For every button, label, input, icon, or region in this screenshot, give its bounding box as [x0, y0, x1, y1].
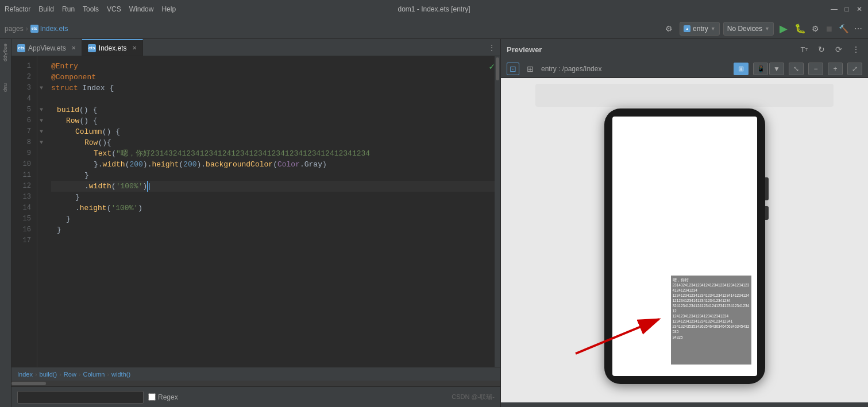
scrollbar-thumb[interactable]	[496, 57, 499, 80]
status-column[interactable]: Column	[83, 371, 105, 378]
menu-tools[interactable]: Tools	[83, 5, 99, 13]
title-bar-left: Refactor Build Run Tools VCS Window Help	[5, 5, 176, 13]
status-width[interactable]: width()	[111, 371, 130, 378]
editor-area: ets AppView.ets ✕ ets Index.ets ✕ ⋮ 1234…	[11, 39, 500, 407]
debug-button[interactable]: 🐛	[793, 23, 807, 34]
maximize-button[interactable]: □	[843, 5, 851, 13]
previewer-header: Previewer TT ↻ ⟳ ⋮	[501, 39, 868, 60]
entry-path: entry : /pages/Index	[541, 65, 601, 73]
entry-chevron-icon: ▼	[711, 26, 716, 32]
menu-run[interactable]: Run	[62, 5, 75, 13]
layer-icon[interactable]: ⊞	[524, 63, 537, 75]
settings-icon-button[interactable]: ⚙	[661, 21, 676, 36]
entry-selector[interactable]: ▲ entry ▼	[680, 22, 720, 36]
previewer-status-bar	[501, 402, 868, 407]
code-editor[interactable]: 1234 5678 9101112 13141516 17 ▼ ▼▼▼▼ @En…	[11, 56, 500, 367]
window-title: dom1 - Index.ets [entry]	[398, 5, 470, 13]
stop-button[interactable]: ⏹	[824, 24, 834, 33]
inspect-icon[interactable]: ⊡	[507, 63, 519, 75]
regex-checkbox[interactable]	[148, 393, 156, 401]
menu-bar: Refactor Build Run Tools VCS Window Help	[5, 5, 176, 13]
checkmark-icon: ✓	[489, 61, 495, 72]
breadcrumb-parent[interactable]: pages	[5, 25, 24, 33]
devices-selector[interactable]: No Devices ▼	[723, 22, 774, 36]
sidebar-item-nap[interactable]: nap	[2, 81, 10, 94]
entry-icon: ▲	[684, 25, 690, 32]
regex-label: Regex	[158, 393, 178, 401]
zoom-in-icon[interactable]: +	[828, 63, 843, 75]
grid-view-btn[interactable]: ⊞	[734, 63, 749, 75]
resize-icon[interactable]: ⤡	[789, 63, 804, 75]
code-line-17	[51, 235, 495, 246]
breadcrumb-separator: ›	[26, 25, 28, 33]
previewer-canvas: 嗯，你好 23143241234123412412341234123412341…	[501, 78, 868, 402]
code-line-2: @Component	[51, 72, 495, 83]
code-line-15: }	[51, 214, 495, 224]
previewer-sub-toolbar: ⊡ ⊞ entry : /pages/Index ⊞ 📱 ▼ ⤡ − + ⤢	[501, 60, 868, 78]
dropdown-view-btn[interactable]: ▼	[769, 63, 784, 75]
tab-appview[interactable]: ets AppView.ets ✕	[11, 39, 82, 56]
status-index[interactable]: Index	[17, 371, 33, 378]
menu-refactor[interactable]: Refactor	[5, 5, 30, 13]
close-button[interactable]: ✕	[855, 5, 863, 13]
code-line-12: .width('100%')|	[51, 181, 495, 192]
menu-vcs[interactable]: VCS	[107, 5, 121, 13]
phone-side-button-2	[765, 206, 769, 220]
file-icon: ets	[30, 25, 38, 33]
search-input[interactable]	[17, 391, 144, 404]
title-bar: Refactor Build Run Tools VCS Window Help…	[0, 0, 868, 18]
search-bar: Regex CSDN @-联瑞-	[11, 386, 500, 407]
main-toolbar: pages › ets Index.ets ⚙ ▲ entry ▼ No Dev…	[0, 18, 868, 39]
run-button[interactable]: ▶	[777, 22, 790, 35]
horizontal-scrollbar[interactable]	[11, 381, 500, 386]
menu-help[interactable]: Help	[161, 5, 176, 13]
code-line-13: }	[51, 192, 495, 203]
red-arrow-annotation	[570, 302, 685, 371]
fullscreen-icon[interactable]: ⤢	[847, 63, 862, 75]
tab-more-button[interactable]: ⋮	[483, 39, 500, 56]
toolbar-right: ⚙ ▲ entry ▼ No Devices ▼ ▶ 🐛 ⚙ ⏹ 🔨 ⋯	[661, 21, 863, 36]
status-row[interactable]: Row	[64, 371, 76, 378]
zoom-out-icon[interactable]: −	[808, 63, 823, 75]
tab-index[interactable]: ets Index.ets ✕	[82, 39, 143, 56]
text-size-icon[interactable]: TT	[798, 43, 811, 56]
menu-window[interactable]: Window	[129, 5, 154, 13]
rotate-icon[interactable]: ⟳	[832, 43, 845, 56]
minimize-button[interactable]: —	[830, 5, 838, 13]
h-scrollbar-thumb[interactable]	[11, 382, 46, 385]
appview-icon: ets	[17, 44, 25, 52]
previewer-title: Previewer	[507, 45, 542, 54]
code-line-1: @Entry	[51, 61, 495, 72]
menu-build[interactable]: Build	[38, 5, 54, 13]
main-area: engApp nap ets AppView.ets ✕ ets Index.e…	[0, 39, 868, 407]
breadcrumb-current[interactable]: Index.ets	[40, 25, 68, 33]
code-line-6: Row() {	[51, 115, 495, 126]
code-content[interactable]: @Entry @Component struct Index { build()…	[45, 56, 495, 367]
tab-appview-label: AppView.ets	[28, 44, 66, 52]
code-line-3: struct Index {	[51, 83, 495, 94]
more-button[interactable]: ⋯	[853, 24, 863, 33]
code-line-16: }	[51, 224, 495, 235]
fold-markers: ▼ ▼▼▼▼	[37, 56, 45, 367]
status-build[interactable]: build()	[40, 371, 57, 378]
previewer-panel: Previewer TT ↻ ⟳ ⋮ ⊡ ⊞ entry : /pages/In…	[500, 39, 868, 407]
tab-index-close[interactable]: ✕	[132, 45, 137, 51]
csdn-footer: CSDN @-联瑞-	[452, 393, 495, 401]
tab-appview-close[interactable]: ✕	[71, 45, 76, 51]
index-icon: ets	[88, 44, 96, 52]
profile-button[interactable]: ⚙	[811, 24, 820, 33]
vertical-scrollbar[interactable]	[495, 56, 500, 367]
regex-checkbox-group: Regex	[148, 393, 178, 401]
sidebar-item-engapp[interactable]: engApp	[2, 41, 10, 64]
tab-bar: ets AppView.ets ✕ ets Index.ets ✕ ⋮	[11, 39, 500, 56]
code-line-8: Row(){	[51, 137, 495, 148]
code-line-5: build() {	[51, 104, 495, 115]
code-line-4	[51, 94, 495, 104]
code-line-7: Column() {	[51, 126, 495, 137]
code-line-10: }.width(200).height(200).backgroundColor…	[51, 159, 495, 170]
build-button[interactable]: 🔨	[838, 24, 850, 33]
refresh-icon[interactable]: ↻	[815, 43, 828, 56]
status-bar: Index › build() › Row › Column › width()	[11, 367, 500, 381]
more-previewer-icon[interactable]: ⋮	[850, 43, 862, 56]
device-view-btn[interactable]: 📱	[753, 63, 768, 75]
